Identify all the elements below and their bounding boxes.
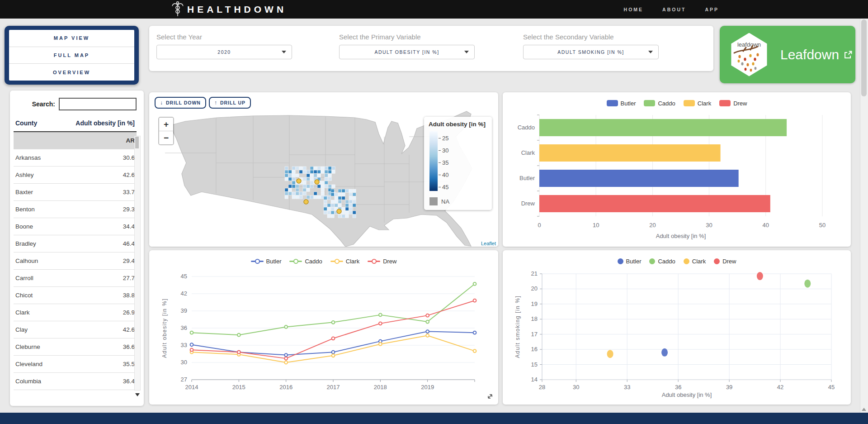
table-scrollbar[interactable]	[134, 136, 141, 391]
na-label: NA	[441, 198, 449, 205]
legend-item-drew[interactable]: Drew	[719, 100, 747, 107]
leafdown-link-card[interactable]: leafdown Leafdown	[720, 26, 855, 83]
zoom-in-button[interactable]: +	[159, 118, 173, 131]
scatter-chart: 283033363942451415161718192021Adult obes…	[509, 267, 844, 402]
scroll-up-arrow-icon[interactable]	[862, 408, 866, 411]
table-row[interactable]: Columbia36.4	[14, 373, 137, 390]
svg-text:Butler: Butler	[519, 175, 535, 181]
table-row[interactable]: Arkansas30.6	[14, 149, 137, 167]
legend-item-butler[interactable]: Butler	[618, 258, 642, 265]
svg-text:20: 20	[531, 285, 538, 292]
nav-link-app[interactable]: APP	[705, 7, 719, 12]
table-row[interactable]: Carroll27.7	[14, 270, 137, 287]
leaflet-attribution[interactable]: Leaflet	[479, 240, 498, 247]
legend-label: Clark	[346, 258, 359, 265]
secondary-variable-value: ADULT SMOKING [IN %]	[557, 49, 624, 55]
legend-swatch	[644, 100, 655, 106]
svg-text:40: 40	[763, 222, 769, 229]
map-marker-icon[interactable]	[337, 209, 341, 214]
county-table-panel: Search: County Adult obesity [in %] ARAr…	[10, 91, 144, 406]
leaflet-map[interactable]: + − Adult obesity [in %] 2530354045 NA L…	[149, 110, 498, 247]
legend-item-caddo[interactable]: Caddo	[649, 258, 675, 265]
page-scrollbar[interactable]	[860, 19, 868, 413]
search-input[interactable]	[59, 98, 137, 110]
year-dropdown[interactable]: 2020	[156, 45, 292, 59]
legend-swatch	[251, 258, 264, 264]
svg-text:17: 17	[531, 331, 538, 338]
svg-text:0: 0	[538, 222, 541, 229]
svg-text:Adult smoking [in %]: Adult smoking [in %]	[514, 295, 521, 358]
brand[interactable]: HEALTHDOWN	[172, 1, 287, 18]
svg-text:19: 19	[531, 300, 538, 307]
drill-up-button[interactable]: ↑ DRILL UP	[209, 97, 251, 109]
legend-item-drew[interactable]: Drew	[368, 258, 396, 265]
svg-text:Drew: Drew	[521, 200, 535, 207]
svg-text:33: 33	[181, 342, 187, 348]
table-row[interactable]: Boone34.4	[14, 218, 137, 235]
table-row[interactable]: Cleveland35.5	[14, 356, 137, 373]
map-panel: ↓ DRILL DOWN ↑ DRILL UP + − Adult obesit…	[149, 92, 498, 247]
arrow-down-icon: ↓	[160, 100, 163, 106]
primary-variable-value: ADULT OBESITY [IN %]	[374, 49, 439, 55]
nav-links: HOMEABOUTAPP	[624, 7, 719, 12]
legend-item-butler[interactable]: Butler	[251, 258, 282, 265]
table-row[interactable]: Ashley42.6	[14, 167, 137, 184]
legend-item-clark[interactable]: Clark	[684, 258, 706, 265]
table-scrollbar-thumb[interactable]	[135, 137, 139, 148]
scroll-down-arrow-icon[interactable]	[135, 393, 140, 396]
svg-text:30: 30	[706, 222, 712, 229]
map-marker-icon[interactable]	[304, 200, 308, 204]
legend-swatch	[649, 258, 655, 264]
nav-link-about[interactable]: ABOUT	[662, 7, 686, 12]
table-row[interactable]: Baxter33.7	[14, 184, 137, 201]
legend-label: Drew	[722, 258, 736, 265]
zoom-out-button[interactable]: −	[159, 131, 173, 144]
svg-text:21: 21	[531, 270, 538, 277]
table-row[interactable]: Calhoun29.4	[14, 252, 137, 270]
map-marker-icon[interactable]	[297, 179, 301, 183]
legend-item-clark[interactable]: Clark	[330, 258, 359, 265]
sidebar-item-overview[interactable]: OVERVIEW	[9, 64, 134, 81]
legend-item-clark[interactable]: Clark	[684, 100, 711, 107]
year-label: Select the Year	[156, 33, 292, 41]
scatter-chart-panel: ButlerCaddoClarkDrew 2830333639424514151…	[503, 250, 851, 405]
table-group-row[interactable]: AR	[14, 132, 137, 149]
data-point-caddo	[332, 321, 335, 324]
table-row[interactable]: Clay42.6	[14, 321, 137, 338]
column-header-county[interactable]: County	[14, 115, 54, 132]
legend-item-caddo[interactable]: Caddo	[289, 258, 322, 265]
bar-drew	[539, 195, 770, 212]
legend-swatch	[719, 100, 731, 106]
drill-down-button[interactable]: ↓ DRILL DOWN	[155, 97, 206, 109]
data-point-butler	[473, 331, 476, 334]
page-scrollbar-thumb[interactable]	[861, 19, 867, 96]
legend-item-butler[interactable]: Butler	[607, 100, 636, 107]
table-row[interactable]: Chicot38.8	[14, 287, 137, 304]
drill-up-label: DRILL UP	[220, 100, 245, 105]
primary-variable-dropdown[interactable]: ADULT OBESITY [IN %]	[339, 45, 475, 59]
map-marker-icon[interactable]	[315, 180, 319, 184]
legend-tick: 40	[439, 172, 448, 178]
column-header-value[interactable]: Adult obesity [in %]	[54, 115, 137, 132]
nav-link-home[interactable]: HOME	[624, 7, 644, 12]
table-row[interactable]: Bradley46.4	[14, 235, 137, 252]
data-point-caddo	[284, 325, 288, 329]
svg-text:2015: 2015	[232, 384, 245, 391]
table-row[interactable]: Benton29.3	[14, 201, 137, 218]
caduceus-icon	[172, 1, 184, 18]
legend-label: Drew	[383, 258, 396, 265]
legend-item-caddo[interactable]: Caddo	[644, 100, 675, 107]
legend-swatch	[368, 258, 380, 264]
leafdown-logo: leafdown	[730, 33, 769, 76]
sidebar-item-full-map[interactable]: FULL MAP	[9, 47, 134, 64]
table-row[interactable]: Cleburne36.6	[14, 338, 137, 356]
secondary-variable-dropdown[interactable]: ADULT SMOKING [IN %]	[523, 45, 659, 59]
search-label: Search:	[32, 100, 55, 108]
svg-text:15: 15	[531, 361, 538, 368]
bar-chart: 01020304050CaddoClarkButlerDrewAdult obe…	[509, 109, 844, 244]
legend-item-drew[interactable]: Drew	[714, 258, 736, 265]
sidebar-item-map-view[interactable]: MAP VIEW	[9, 30, 134, 47]
table-row[interactable]: Clark26.9	[14, 304, 137, 321]
drill-down-label: DRILL DOWN	[166, 100, 201, 105]
svg-text:2017: 2017	[327, 384, 340, 391]
